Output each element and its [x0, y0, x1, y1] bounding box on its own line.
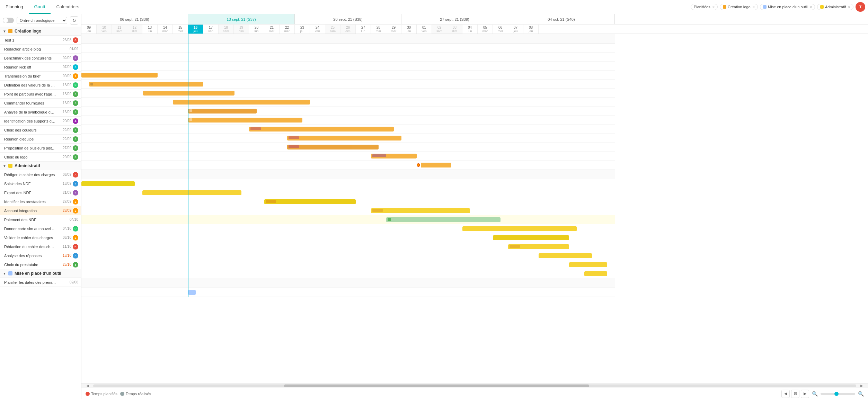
project-header-mise[interactable]: ▼ Mise en place d'un outil [0, 269, 81, 278]
task-row-sim[interactable]: Donner carte sim au nouvel arrivant 04/1… [0, 224, 81, 233]
gantt-nav-today[interactable]: ⊡ [791, 390, 799, 398]
day-06: 06mer [493, 25, 508, 34]
bar-identifier[interactable] [371, 208, 470, 213]
gantt-area[interactable]: 06 sept. 21 (S36) 13 sept. 21 (S37) 20 s… [81, 14, 868, 383]
tag-close-planifiees[interactable]: × [712, 5, 715, 9]
bar-identification[interactable] [249, 127, 394, 132]
tag-mise-en-place[interactable]: Mise en place d'un outil × [760, 4, 815, 10]
tag-creation-logo[interactable]: Création logo × [720, 4, 758, 10]
bar-definition[interactable] [143, 91, 234, 96]
week-s40: 04 oct. 21 (S40) [508, 14, 615, 24]
task-badge: 3 [73, 136, 78, 142]
task-row-account-integration[interactable]: Account integration 28/09 2 [0, 206, 81, 215]
task-meta: 22/09 3 [63, 127, 78, 133]
tag-planifiees[interactable]: Planifiées × [691, 4, 718, 10]
task-row-definition[interactable]: Définition des valeurs de la marque 13/0… [0, 81, 81, 90]
task-row-identifier[interactable]: Identifier les prestataires 27/09 2 [0, 197, 81, 206]
sort-select[interactable]: Ordre chronologique Ordre alphabétique P… [17, 17, 67, 24]
tag-dot-admin [820, 5, 824, 9]
tab-planning[interactable]: Planning [0, 0, 29, 14]
h-scroll-thumb[interactable] [284, 384, 589, 387]
bar-rediger[interactable] [81, 181, 135, 186]
task-row-analyse-rep[interactable]: Analyse des réponses 18/10 A [0, 251, 81, 260]
user-avatar[interactable]: T [856, 2, 865, 12]
bar-choix-couleurs[interactable] [287, 136, 401, 140]
bar-analyse-rep[interactable] [569, 262, 607, 267]
task-row-choix-couleurs[interactable]: Choix des couleurs 22/09 3 [0, 126, 81, 135]
zoom-out-icon[interactable]: 🔍 [858, 391, 864, 397]
task-date: 16/09 [63, 110, 71, 114]
scroll-left-btn[interactable]: ◀ [83, 384, 92, 388]
task-row-commander[interactable]: Commander fournitures 16/09 3 [0, 99, 81, 108]
task-date: 09/09 [63, 74, 71, 78]
task-badge: 3 [73, 154, 78, 160]
task-row-identification[interactable]: Identification des supports de commun...… [0, 117, 81, 126]
bar-choix-prest[interactable] [584, 271, 607, 276]
tag-close-mise[interactable]: × [810, 5, 812, 9]
bar-reunion-kick[interactable] [81, 73, 158, 78]
task-badge: 3 [73, 100, 78, 106]
task-row-saisie[interactable]: Saisie des NDF 13/09 S [0, 179, 81, 188]
task-row-reunion-kick[interactable]: Réunion kick off 07/09 3 [0, 63, 81, 72]
zoom-slider-thumb[interactable] [834, 392, 839, 396]
task-avatar: S [73, 181, 78, 187]
project-header-admin[interactable]: ▼ Administratif [0, 162, 81, 170]
tag-close-admin[interactable]: × [848, 5, 850, 9]
task-row-proposition[interactable]: Proposition de plusieurs pistes graphiq.… [0, 144, 81, 153]
task-row-point[interactable]: Point de parcours avec l'agence 15/09 3 [0, 90, 81, 99]
bar-choix-logo[interactable] [417, 163, 451, 167]
bar-proposition[interactable] [371, 154, 417, 158]
tag-close-creation[interactable]: × [753, 5, 755, 9]
task-row-choix-logo[interactable]: Choix du logo 29/09 3 [0, 153, 81, 162]
bar-sim[interactable] [493, 235, 569, 240]
task-name: Test 1 [4, 38, 14, 42]
task-row-transmission[interactable]: Transmission du brief 09/09 2 [0, 72, 81, 81]
task-row-export[interactable]: Export des NDF 21/09 E [0, 188, 81, 197]
bar-valider[interactable] [508, 244, 569, 249]
task-name: Benchmark des concurrents [4, 56, 52, 60]
task-row-redaction-cahier[interactable]: Rédaction du cahier des charges 11/10 R [0, 242, 81, 251]
task-row-benchmark[interactable]: Benchmark des concurrents 02/09 B [0, 54, 81, 63]
task-meta: 25/10 3 [63, 262, 78, 267]
gantt-row-benchmark [81, 62, 615, 71]
task-row-redaction[interactable]: Rédaction article blog 01/09 [0, 45, 81, 54]
task-row-analyse-sym[interactable]: Analyse de la symbolique des couleurs 16… [0, 108, 81, 117]
zoom-icon[interactable]: 🔍 [812, 391, 818, 397]
task-name: Rédaction du cahier des charges [4, 245, 56, 249]
bar-commander[interactable] [188, 109, 257, 114]
bar-saisie[interactable] [142, 190, 241, 195]
collapse-icon-mise: ▼ [3, 272, 6, 275]
bar-transmission[interactable] [89, 82, 203, 87]
bar-analyse-sym[interactable] [188, 118, 302, 123]
task-row-reunion-equipe[interactable]: Réunion d'équipe 22/09 3 [0, 135, 81, 144]
bar-account[interactable] [386, 217, 501, 222]
task-row-valider[interactable]: Valider le cahier des charges 06/10 2 [0, 233, 81, 242]
h-scrollbar[interactable]: ◀ ▶ [81, 383, 868, 388]
task-row-planifier[interactable]: Planifier les dates des premières réuni.… [0, 278, 81, 287]
task-date: 29/09 [63, 155, 71, 159]
task-row-test1[interactable]: Test 1 26/08 A [0, 36, 81, 45]
bar-paiement[interactable] [462, 226, 577, 231]
project-title-admin: Administratif [15, 163, 40, 168]
task-row-choix-prest[interactable]: Choix du prestataire 25/10 3 [0, 260, 81, 269]
gantt-nav-left[interactable]: ◀ [781, 390, 790, 398]
toggle-switch[interactable] [3, 18, 14, 23]
scroll-right-btn[interactable]: ▶ [858, 384, 866, 388]
bar-point[interactable] [173, 100, 310, 105]
refresh-button[interactable]: ↻ [70, 16, 78, 25]
bar-export[interactable] [264, 199, 356, 204]
project-header-creation[interactable]: ▼ Création logo [0, 27, 81, 36]
task-avatar: R [73, 244, 78, 250]
gantt-nav-right[interactable]: ▶ [801, 390, 809, 398]
task-meta: 09/09 2 [63, 73, 78, 79]
task-name: Planifier les dates des premières réuni.… [4, 280, 56, 284]
task-name: Valider le cahier des charges [4, 236, 53, 240]
task-row-rediger[interactable]: Rédiger le cahier des charges 06/09 A [0, 170, 81, 179]
bar-redaction-cahier[interactable] [539, 253, 592, 258]
tab-gantt[interactable]: Gantt [29, 0, 51, 14]
tab-calendriers[interactable]: Calendriers [51, 0, 85, 14]
bar-reunion-equipe[interactable] [287, 145, 379, 149]
tag-administratif[interactable]: Administratif × [817, 4, 853, 10]
task-row-paiement[interactable]: Paiement des NDF 04/10 [0, 215, 81, 224]
bar-planifier[interactable] [188, 290, 196, 295]
